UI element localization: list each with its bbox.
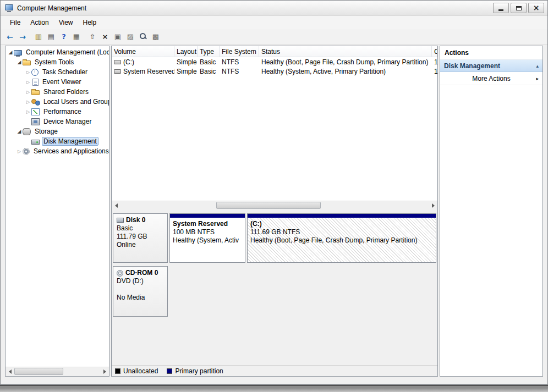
column-header-type[interactable]: Type — [198, 46, 220, 57]
disk0-header[interactable]: Disk 0 Basic 111.79 GB Online — [113, 213, 168, 263]
tree-item-local-users-and-groups[interactable]: ▷ Local Users and Groups — [6, 97, 109, 107]
type-cell: Basic — [198, 68, 220, 75]
column-header-volume[interactable]: Volume — [112, 46, 174, 57]
expander-icon[interactable]: ◢ — [7, 49, 14, 55]
volume-row-c[interactable]: (C:) Simple Basic NTFS Healthy (Boot, Pa… — [112, 57, 437, 67]
tree-item-disk-management[interactable]: Disk Management — [6, 136, 109, 146]
cdrom-title: CD-ROM 0 — [125, 269, 158, 277]
open-button[interactable]: ▨ — [124, 31, 136, 43]
disk0-size: 111.79 GB — [117, 233, 164, 241]
close-button[interactable]: × — [528, 3, 544, 13]
status-cell: Healthy (Boot, Page File, Crash Dump, Pr… — [259, 58, 432, 66]
column-header-layout[interactable]: Layout — [174, 46, 198, 57]
tree-item-system-tools[interactable]: ◢ System Tools — [6, 57, 109, 67]
collapse-chevron-icon[interactable]: ▴ — [536, 63, 539, 69]
disk0-partitions: System Reserved 100 MB NTFS Healthy (Sys… — [169, 213, 436, 263]
back-button[interactable]: ← — [4, 31, 16, 43]
expander-icon[interactable]: ▷ — [25, 70, 31, 75]
tree-item-computer-management[interactable]: ◢ Computer Management (Local — [6, 47, 109, 57]
expander-icon[interactable]: ◢ — [16, 129, 23, 134]
cdrom-drive-letter: DVD (D:) — [117, 277, 164, 285]
scroll-right-button[interactable] — [429, 201, 437, 210]
column-header-file-system[interactable]: File System — [220, 46, 259, 57]
task-scheduler-icon — [31, 69, 39, 76]
volume-name: System Reserved — [123, 68, 174, 75]
services-and-applications-icon — [23, 148, 30, 155]
scroll-left-button[interactable] — [6, 367, 14, 376]
forward-button[interactable]: → — [17, 31, 29, 43]
settings-button[interactable]: ▩ — [150, 31, 162, 43]
desktop-edge — [0, 385, 548, 392]
tree-item-label: Shared Folders — [42, 88, 90, 96]
scrollbar-thumb[interactable] — [14, 368, 63, 375]
partition-c-selected[interactable]: (C:) 111.69 GB NTFS Healthy (Boot, Page … — [247, 213, 436, 263]
legend-label: Unallocated — [123, 367, 158, 375]
window-title: Computer Management — [17, 4, 86, 12]
delete-button[interactable]: × — [99, 31, 111, 43]
tree-item-services-and-applications[interactable]: ▷ Services and Applications — [6, 146, 109, 156]
cdrom-header[interactable]: CD-ROM 0 DVD (D:) No Media — [113, 266, 168, 317]
scrollbar-track[interactable] — [120, 201, 429, 210]
storage-icon — [23, 128, 31, 135]
minimize-button[interactable] — [493, 3, 509, 13]
console-tree-pane: ◢ Computer Management (Local ◢ System To… — [5, 46, 109, 377]
tree-item-label: Storage — [33, 128, 59, 135]
expander-icon[interactable]: ▷ — [16, 149, 23, 154]
menu-action[interactable]: Action — [25, 17, 53, 28]
tree-item-storage[interactable]: ◢ Storage — [6, 126, 109, 136]
settings-icon: ▩ — [152, 32, 159, 41]
export-list-button[interactable]: ▤ — [45, 31, 57, 43]
export-list-icon: ▤ — [48, 32, 54, 41]
expander-icon[interactable]: ▷ — [25, 100, 31, 104]
expander-icon[interactable]: ◢ — [16, 59, 23, 65]
type-cell: Basic — [198, 58, 220, 66]
column-header-capacity[interactable]: C — [432, 46, 437, 57]
actions-group-disk-management[interactable]: Disk Management ▴ — [440, 59, 542, 72]
tree-item-shared-folders[interactable]: ▷ Shared Folders — [6, 87, 109, 97]
scroll-left-button[interactable] — [112, 201, 120, 210]
volume-list-horizontal-scrollbar[interactable] — [112, 201, 437, 210]
tree-item-label: System Tools — [33, 58, 75, 66]
open-folder-icon: ▨ — [127, 32, 134, 41]
find-button[interactable] — [137, 31, 149, 43]
tree-item-device-manager[interactable]: Device Manager — [6, 117, 109, 126]
menu-file[interactable]: File — [5, 17, 25, 28]
menu-help[interactable]: Help — [78, 17, 102, 28]
graphical-view: Disk 0 Basic 111.79 GB Online System Res… — [112, 210, 437, 365]
expander-icon[interactable]: ▷ — [25, 90, 31, 95]
tree-item-label: Event Viewer — [41, 78, 83, 86]
volume-row-system-reserved[interactable]: System Reserved Simple Basic NTFS Health… — [112, 67, 437, 76]
computer-icon — [14, 50, 22, 56]
more-actions-item[interactable]: More Actions ▸ — [440, 72, 542, 85]
maximize-button[interactable] — [511, 3, 527, 13]
menu-view[interactable]: View — [54, 17, 78, 28]
volume-cell: (C:) — [112, 58, 174, 66]
up-level-button[interactable]: ⇧ — [86, 31, 98, 43]
expander-icon[interactable]: ▷ — [25, 80, 31, 85]
tree-item-event-viewer[interactable]: ▷ Event Viewer — [6, 77, 109, 87]
scrollbar-thumb[interactable] — [216, 202, 321, 209]
cdrom-empty-area — [169, 266, 436, 317]
main-area: ◢ Computer Management (Local ◢ System To… — [1, 45, 547, 377]
volume-list-header: Volume Layout Type File System Status C — [112, 46, 437, 57]
scrollbar-track[interactable] — [14, 367, 100, 376]
tree-item-task-scheduler[interactable]: ▷ Task Scheduler — [6, 67, 109, 77]
disk0-type: Basic — [117, 224, 164, 233]
properties-button[interactable]: ▣ — [112, 31, 124, 43]
partition-system-reserved[interactable]: System Reserved 100 MB NTFS Healthy (Sys… — [169, 213, 245, 263]
titlebar[interactable]: Computer Management × — [1, 1, 547, 16]
column-header-status[interactable]: Status — [259, 46, 432, 57]
disk0-title: Disk 0 — [126, 216, 145, 224]
scroll-left-icon — [115, 203, 118, 208]
help-button[interactable]: ? — [58, 31, 70, 43]
tree-item-performance[interactable]: ▷ Performance — [6, 107, 109, 117]
expander-icon[interactable]: ▷ — [25, 109, 31, 114]
show-hide-action-pane-button[interactable]: ▦ — [70, 31, 83, 43]
up-level-icon: ⇧ — [90, 32, 96, 41]
scroll-right-button[interactable] — [100, 367, 109, 376]
show-hide-console-tree-button[interactable]: ▥ — [32, 31, 45, 43]
legend-label: Primary partition — [175, 367, 223, 375]
forward-icon: → — [19, 32, 26, 41]
tree-horizontal-scrollbar[interactable] — [6, 367, 109, 376]
device-manager-icon — [31, 118, 40, 125]
